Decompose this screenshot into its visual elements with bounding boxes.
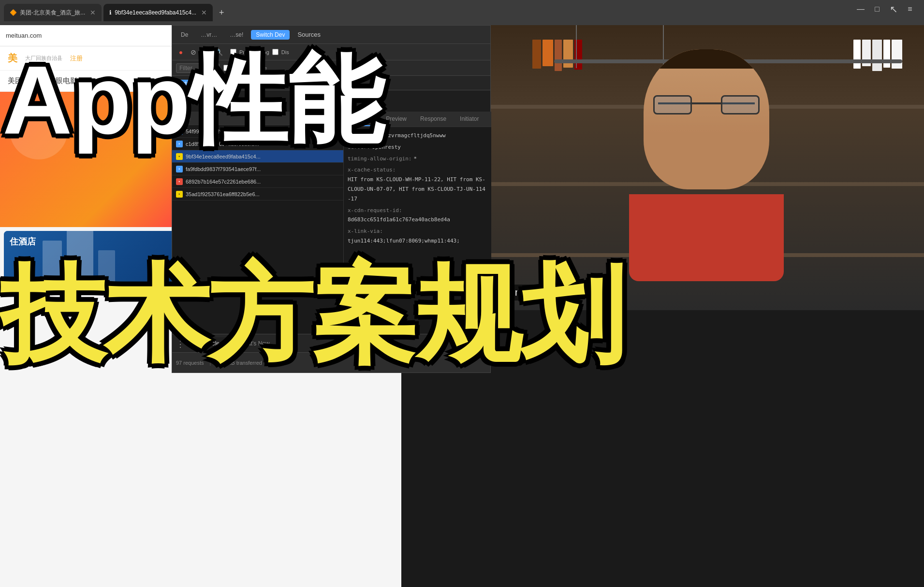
hide-checkbox[interactable] [249, 65, 255, 71]
type-js[interactable]: JS [212, 80, 224, 86]
invert-label: Invert [223, 65, 245, 71]
net-name-4: fa9fdbdd9837f793541aece97f... [186, 166, 339, 172]
type-fetch-xhr[interactable]: Fetch/XHR [176, 80, 208, 86]
tab-meituan-label: 美团-北京美食_酒店_旅... [20, 9, 85, 17]
response-tab[interactable]: Response [413, 113, 453, 126]
clear-icon[interactable]: ⊘ [189, 47, 198, 57]
type-rt[interactable]: …rt… [312, 80, 332, 86]
maximize-button[interactable]: □ [873, 5, 881, 14]
net-name-6: 35ad1f9253761ea6ff822b5e6... [186, 191, 339, 197]
tab-devtools-label: 9bf34e1eeca8eed9faba415c4... [115, 9, 196, 16]
timing-tab[interactable]: Timing [485, 113, 491, 126]
header-key-server: server: [348, 143, 370, 152]
hotel-title: 住酒店 [10, 236, 36, 247]
new-tab-button[interactable]: + [215, 6, 228, 19]
header-row-timing: timing-allow-origin: * [348, 154, 487, 164]
type-fms[interactable]: …fms… [336, 80, 361, 86]
header-row-cdnid: x-cdn-request-id: 8d683cc651fd1a61c767ea… [348, 206, 487, 225]
whats-new-tab[interactable]: What's New [232, 337, 277, 350]
header-row-linkvia: x-link-via: tjun114:443;lfun07:8069;whmp… [348, 227, 487, 246]
book-2 [543, 40, 553, 66]
close-panel-icon[interactable]: ✕ [336, 115, 339, 121]
building-1 [43, 241, 62, 289]
glasses-right [721, 95, 760, 115]
preview-tab[interactable]: Preview [379, 113, 413, 126]
menu-icon[interactable]: ≡ [906, 5, 914, 14]
header-key-linkvia: x-link-via: [348, 227, 383, 236]
network-item-6[interactable]: ▪ 35ad1f9253761ea6ff822b5e6... [172, 188, 343, 200]
type-filter-bar: Fetch/XHR JS Img Media F …cke… …rt… …fms… [172, 76, 490, 90]
console-bar: ⋮ Console What's New ✕ [172, 334, 490, 352]
headers-tab[interactable]: Headers [344, 113, 379, 126]
console-tab[interactable]: Console [191, 337, 226, 350]
network-list-header: Name ✕ [172, 112, 343, 125]
headers-tab-bar: Headers Preview Response Initiator Timin… [344, 112, 491, 127]
devtools-panel: De …vr… …se! Switch Dev Sources ● ⊘ ▼ 🔍 … [172, 25, 491, 373]
preserve-log-label: Preserve log [239, 49, 269, 55]
tab-devtools[interactable]: ℹ 9bf34e1eeca8eed9faba415c4... ✕ [103, 4, 213, 21]
browser-chrome: 🔶 美团-北京美食_酒店_旅... ✕ ℹ 9bf34e1eeca8eed9fa… [0, 0, 924, 25]
window-controls: — □ ↖ ≡ [856, 5, 914, 14]
meituan-register[interactable]: 注册 [70, 54, 83, 63]
network-item-2[interactable]: ▪ c1d852dfc10109b22bf63aefb... [172, 138, 343, 150]
dis-label: Dis [281, 49, 289, 55]
building-3 [98, 250, 115, 289]
header-row-cache: x-cache-status: HIT from KS-CLOUD-WH-MP-… [348, 165, 487, 203]
tab-meituan[interactable]: 🔶 美团-北京美食_酒店_旅... ✕ [4, 4, 102, 21]
header-val-cdnid: 8d683cc651fd1a61c767ea40acb8ed4a [348, 215, 450, 225]
devtools-tab-de[interactable]: De [176, 29, 193, 40]
type-img[interactable]: Img [228, 80, 242, 86]
person-container [629, 40, 784, 281]
invert-checkbox[interactable] [223, 65, 230, 71]
header-row-traceid: m-traceid: klzvrmagcfltjdq5nwww [348, 131, 487, 141]
net-icon-4: ▪ [176, 166, 183, 172]
tab-meituan-close[interactable]: ✕ [90, 9, 96, 16]
sources-tab[interactable]: Sources [293, 29, 325, 40]
network-request-list[interactable]: Name ✕ ▪ 54f991317678d10ed4231357... ▪ c… [172, 112, 344, 348]
filter-input[interactable] [176, 63, 220, 73]
book-w5 [892, 40, 902, 69]
promo-circle-1 [10, 101, 68, 159]
network-item-1[interactable]: ▪ 54f991317678d10ed4231357... [172, 125, 343, 138]
initiator-tab[interactable]: Initiator [453, 113, 485, 126]
book-1 [532, 40, 541, 69]
record-icon[interactable]: ● [176, 47, 186, 57]
net-name-1: 54f991317678d10ed4231357... [186, 129, 339, 134]
dis-checkbox[interactable] [272, 49, 279, 55]
header-key-cache: x-cache-status: [348, 165, 396, 175]
type-socket[interactable]: …cke… [283, 80, 308, 86]
devtools-tab-vr[interactable]: …vr… [196, 29, 222, 40]
meituan-breadcrumb: 大厂回族自治县 [25, 55, 62, 62]
hide-label: Hide [249, 65, 267, 71]
net-name-2: c1d852dfc10109b22bf63aefb... [186, 141, 339, 147]
type-media[interactable]: Media [246, 80, 266, 86]
book-w4 [883, 40, 890, 68]
minimize-button[interactable]: — [856, 5, 865, 14]
building-2 [67, 231, 93, 289]
net-name-5: 6892b7b164e57c2261ebe686... [186, 179, 339, 185]
console-dots-icon[interactable]: ⋮ [176, 339, 186, 348]
header-val-timing: * [413, 154, 417, 164]
console-close-icon[interactable]: ✕ [480, 339, 486, 348]
tab-devtools-close[interactable]: ✕ [201, 9, 207, 16]
name-column-header: Name [176, 115, 191, 121]
header-content: m-traceid: klzvrmagcfltjdq5nwww server: … [344, 127, 491, 252]
net-icon-6: ▪ [176, 191, 183, 198]
devtools-tab-se[interactable]: …se! [225, 29, 248, 40]
nav-maoyan[interactable]: 猫眼电影 [48, 76, 77, 86]
preserve-log-checkbox[interactable] [230, 49, 236, 55]
devtools-toolbar2: ● ⊘ ▼ 🔍 Preserve log Dis [172, 44, 490, 60]
network-item-5[interactable]: ▪ 6892b7b164e57c2261ebe686... [172, 175, 343, 188]
search-icon[interactable]: 🔍 [214, 47, 223, 57]
network-item-3[interactable]: ▪ 9bf34e1eeca8eed9faba415c4... [172, 150, 343, 163]
transfer-size: 45.5 kB transferred [217, 360, 262, 366]
book-3 [555, 40, 562, 71]
person-name-tag: winter [499, 285, 539, 301]
network-item-4[interactable]: ▪ fa9fdbdd9837f793541aece97f... [172, 163, 343, 175]
type-f[interactable]: F [270, 80, 279, 86]
nav-waimai[interactable]: 美团外卖 [8, 76, 37, 86]
filter-icon[interactable]: ▼ [201, 47, 211, 57]
person-body [629, 194, 784, 281]
video-background: winter [489, 25, 924, 310]
switch-dev-tab[interactable]: Switch Dev [251, 30, 290, 40]
